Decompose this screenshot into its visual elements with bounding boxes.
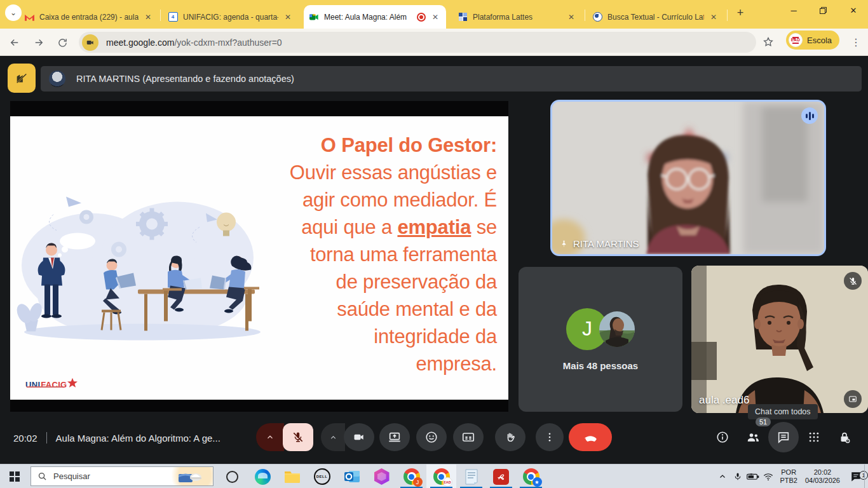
- presentation-tile[interactable]: O Papel do Gestor: Ouvir essas angústias…: [10, 101, 508, 412]
- camera-options-chevron-icon[interactable]: [321, 423, 345, 451]
- address-bar[interactable]: meet.google.com/yok-cdxm-mxf?authuser=0: [79, 32, 756, 53]
- forward-icon[interactable]: [31, 34, 47, 51]
- tab-close-icon[interactable]: ✕: [708, 11, 719, 23]
- reactions-button[interactable]: [416, 423, 447, 451]
- chrome-profile2-icon-active[interactable]: EAD: [426, 464, 456, 488]
- show-desktop-button[interactable]: [864, 464, 868, 488]
- dell-app-icon[interactable]: DELL: [307, 464, 337, 488]
- reload-icon[interactable]: [54, 34, 71, 51]
- unifacig-logo: UNIFACIG: [25, 377, 79, 390]
- presenting-banner[interactable]: RITA MARTINS (Apresentando e fazendo ano…: [41, 66, 862, 92]
- participants-button[interactable]: [739, 423, 767, 451]
- profile-avatar: ★EAD: [789, 33, 803, 47]
- participant-count-badge: 51: [756, 417, 771, 426]
- recording-indicator-icon: [417, 13, 426, 22]
- outlook-icon[interactable]: [337, 464, 367, 488]
- window-maximize-button[interactable]: [810, 0, 836, 20]
- camera-permission-icon[interactable]: [82, 34, 98, 51]
- meet-control-bar: 20:02 Aula Magna: Além do Algoritmo: A g…: [0, 412, 868, 464]
- tray-wifi-icon[interactable]: [761, 473, 776, 481]
- cortana-button[interactable]: [217, 464, 247, 488]
- tab-close-icon[interactable]: ✕: [142, 11, 154, 23]
- tab-close-icon[interactable]: ✕: [566, 11, 577, 23]
- annotation-tool-button[interactable]: [8, 64, 36, 93]
- captions-button[interactable]: [453, 423, 484, 451]
- file-explorer-icon[interactable]: [277, 464, 307, 488]
- tab-divider: [727, 10, 728, 21]
- back-icon[interactable]: [6, 34, 23, 51]
- clock-date[interactable]: 20:0204/03/2026: [805, 468, 840, 485]
- tray-expand-chevron[interactable]: [715, 473, 730, 480]
- search-icon: [37, 471, 47, 481]
- tab-gmail[interactable]: Caixa de entrada (229) - aula ✕: [19, 5, 159, 29]
- video-tile-participant[interactable]: aula .ead6: [691, 266, 868, 413]
- tray-mic-icon[interactable]: [730, 472, 745, 481]
- participant-nametag: aula .ead6: [699, 394, 749, 407]
- camera-button[interactable]: [321, 423, 374, 451]
- tab-divider: [585, 10, 585, 21]
- slide-text: O Papel do Gestor: Ouvir essas angústias…: [261, 132, 497, 377]
- gmail-icon: [24, 12, 34, 22]
- speaker-nametag: RITA MARTINS: [560, 238, 639, 249]
- chat-button[interactable]: [768, 422, 799, 452]
- picture-in-picture-icon[interactable]: [844, 390, 862, 408]
- video-tile-speaker[interactable]: RITA MARTINS: [550, 100, 826, 256]
- chrome-profile3-icon[interactable]: [516, 464, 546, 488]
- language-indicator[interactable]: PORPTB2: [780, 468, 797, 485]
- tab-close-icon[interactable]: ✕: [430, 11, 441, 23]
- presenter-avatar: [49, 71, 65, 87]
- lattes-icon: [458, 12, 468, 22]
- mic-muted-icon[interactable]: [283, 423, 313, 451]
- tab-title: UNIFACIG: agenda - quarta-f: [183, 13, 278, 22]
- tray-battery-icon[interactable]: [745, 472, 761, 481]
- browser-tab-strip: ⌄ Caixa de entrada (229) - aula ✕ 4 UNIF…: [0, 0, 868, 29]
- meeting-details-button[interactable]: [709, 423, 736, 451]
- browser-profile-chip[interactable]: ★EAD Escola: [786, 30, 839, 50]
- chrome-profile1-icon[interactable]: J: [397, 464, 426, 488]
- search-placeholder: Pesquisar: [53, 471, 90, 481]
- edge-icon[interactable]: [248, 464, 278, 488]
- divider: [46, 432, 47, 444]
- more-participants-tile[interactable]: J Mais 48 pessoas: [519, 267, 682, 412]
- meet-icon: [309, 12, 319, 22]
- url-text: meet.google.com/yok-cdxm-mxf?authuser=0: [106, 37, 282, 48]
- window-close-button[interactable]: ✕: [840, 0, 867, 20]
- tab-calendar[interactable]: 4 UNIFACIG: agenda - quarta-f ✕: [163, 5, 299, 29]
- more-options-button[interactable]: [536, 423, 564, 451]
- bookmark-star-icon[interactable]: [760, 34, 776, 50]
- start-button[interactable]: [0, 464, 29, 488]
- mic-options-chevron-icon[interactable]: [256, 423, 284, 451]
- tab-title: Caixa de entrada (229) - aula: [39, 13, 139, 22]
- meeting-meta: 20:02 Aula Magna: Além do Algoritmo: A g…: [13, 412, 220, 464]
- tab-meet-active[interactable]: Meet: Aula Magna: Além ✕: [304, 5, 446, 29]
- new-tab-button[interactable]: +: [732, 4, 749, 21]
- screen: ⌄ Caixa de entrada (229) - aula ✕ 4 UNIF…: [0, 0, 868, 488]
- microphone-button[interactable]: [256, 423, 313, 451]
- notepad-icon[interactable]: [456, 464, 486, 488]
- tab-busca-textual[interactable]: Busca Textual - Currículo Lat ✕: [587, 5, 724, 29]
- speaking-indicator-icon: [801, 107, 818, 124]
- raise-hand-button[interactable]: [495, 423, 526, 451]
- windows-logo-icon: [10, 471, 20, 482]
- profile-name: Escola: [807, 36, 832, 45]
- slide: O Papel do Gestor: Ouvir essas angústias…: [10, 116, 508, 400]
- taskbar-search-box[interactable]: Pesquisar: [31, 466, 214, 486]
- tab-title: Meet: Aula Magna: Além: [324, 13, 413, 22]
- acrobat-icon[interactable]: [486, 464, 516, 488]
- end-call-button[interactable]: [569, 423, 612, 451]
- more-participants-label: Mais 48 pessoas: [563, 360, 638, 371]
- browser-menu-icon[interactable]: ⋮: [848, 34, 864, 50]
- activities-button[interactable]: [800, 423, 828, 451]
- camera-on-icon[interactable]: [344, 423, 374, 451]
- search-highlight-icon[interactable]: [167, 467, 213, 485]
- host-controls-button[interactable]: [831, 423, 858, 451]
- tab-close-icon[interactable]: ✕: [282, 11, 294, 23]
- participant-video: [691, 266, 868, 413]
- tab-divider: [160, 10, 161, 21]
- meeting-title: Aula Magna: Além do Algoritmo: A ge...: [56, 433, 220, 444]
- meeting-clock: 20:02: [13, 433, 37, 444]
- window-minimize-button[interactable]: ─: [780, 0, 807, 20]
- hex-app-icon[interactable]: [367, 464, 397, 488]
- present-screen-button[interactable]: [379, 423, 410, 451]
- tab-lattes[interactable]: Plataforma Lattes ✕: [452, 5, 582, 29]
